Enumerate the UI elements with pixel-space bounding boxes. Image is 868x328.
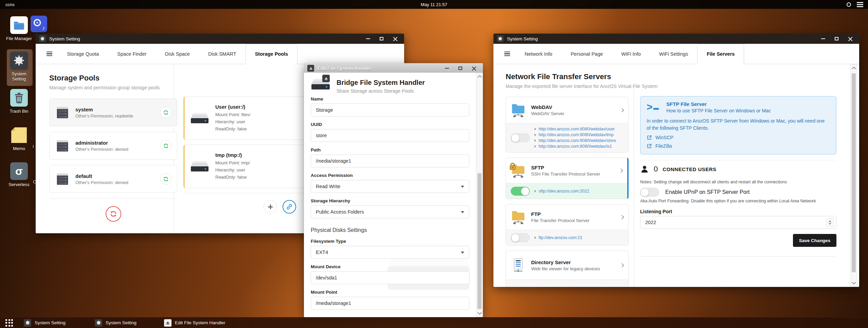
scrollbar[interactable] [476, 73, 483, 317]
ftp-toggle[interactable] [511, 233, 530, 242]
page-title: Network File Transfer Servers [506, 72, 629, 81]
chevron-right-icon[interactable] [620, 108, 624, 112]
scroll-down-icon[interactable] [852, 280, 856, 285]
sftp-url-link[interactable]: sftp://dev.arozos.com:2022 [539, 189, 589, 194]
sync-pool-button[interactable] [160, 140, 171, 151]
info-body: In order to connect to ArozOS SFTP Serve… [647, 117, 828, 132]
title-bar[interactable]: System Setting [36, 34, 404, 44]
mount-card-tmp[interactable]: tmp (tmp:/) Mount Point: tmp/ Hierarchy:… [183, 145, 310, 188]
connection-notes: Notes: Setting change will disconnect al… [640, 180, 787, 184]
chevron-right-icon[interactable] [620, 215, 624, 219]
mount-point-input[interactable] [311, 297, 469, 309]
access-permission-select[interactable]: Read Write [311, 180, 469, 193]
desktop-icon-serverless[interactable]: σ Serverless [6, 162, 32, 187]
sync-pool-button[interactable] [160, 107, 171, 118]
maximize-button[interactable] [380, 37, 383, 40]
tab-file-servers[interactable]: File Servers [697, 44, 744, 64]
bullet-icon [535, 145, 536, 148]
title-bar[interactable]: System Setting [493, 34, 859, 44]
chevron-right-icon[interactable] [619, 168, 623, 173]
webdav-toggle[interactable] [511, 133, 530, 142]
client-link-winscp[interactable]: WinSCP [647, 135, 830, 140]
minimize-button[interactable] [445, 68, 449, 69]
desktop-icon-memo[interactable]: Memo [6, 126, 32, 151]
tab-menu-icon[interactable] [504, 52, 510, 56]
step-down-icon[interactable] [829, 223, 831, 225]
scroll-up-icon[interactable] [852, 67, 856, 71]
info-title: SFTP File Server [666, 101, 830, 107]
tab-menu-icon[interactable] [47, 52, 52, 56]
tab-space-finder[interactable]: Space Finder [108, 44, 156, 64]
tab-personal-page[interactable]: Personal Page [561, 44, 612, 64]
refresh-pools-button[interactable] [106, 206, 121, 222]
edit-fsh-form: Bridge File System Handler Share Storage… [304, 73, 476, 317]
server-card-directory[interactable]: Directory Server Web file viewer for leg… [506, 251, 629, 287]
server-card-webdav[interactable]: WebDAV WebDAV Server http://dev.arozos.c… [506, 97, 629, 152]
maximize-button[interactable] [835, 37, 838, 40]
storage-hierarchy-select[interactable]: Public Access Folders [311, 205, 469, 218]
minimize-button[interactable] [821, 38, 825, 39]
chevron-right-icon[interactable] [620, 263, 624, 268]
client-link-filezilla[interactable]: FileZilla [647, 143, 830, 149]
name-input[interactable] [311, 104, 469, 116]
app-launcher-icon[interactable] [5, 319, 13, 327]
pool-card-system[interactable]: system Other's Permission: readwrite [49, 98, 177, 126]
power-status-icon[interactable] [847, 2, 851, 7]
taskbar-item-system-setting-2[interactable]: System Setting [95, 317, 137, 328]
taskbar-item-edit-fsh[interactable]: Edit File System Handler [164, 317, 225, 328]
desktop-icon-trash-bin[interactable]: Trash Bin [6, 89, 32, 114]
upnp-toggle[interactable] [640, 188, 659, 197]
sftp-toggle[interactable] [511, 187, 530, 196]
step-up-icon[interactable] [829, 220, 831, 222]
tab-disk-space[interactable]: Disk Space [156, 44, 199, 64]
tab-wifi-settings[interactable]: WiFi Settings [650, 44, 697, 64]
desktop-icon-music[interactable]: ♪ [27, 16, 51, 32]
pool-card-default[interactable]: default Other's Permission: denied [49, 165, 177, 193]
minimize-button[interactable] [366, 38, 370, 39]
partial-icon-label: I [33, 144, 34, 149]
tab-disk-smart[interactable]: Disk SMART [199, 44, 246, 64]
webdav-url-link[interactable]: http://dev.arozos.com:8080/webdav/user [539, 127, 615, 131]
external-link-icon [647, 143, 652, 149]
save-changes-button[interactable]: Save Changes [793, 234, 836, 247]
number-stepper[interactable] [826, 218, 834, 227]
gear-icon [96, 320, 101, 325]
uuid-input[interactable] [311, 129, 469, 142]
webdav-url-link[interactable]: http://dev.arozos.com:8080/webdav/tmp [539, 132, 614, 137]
webdav-url-link[interactable]: http://dev.arozos.com:8080/webdav/store [539, 138, 616, 143]
divider [640, 160, 836, 160]
close-button[interactable] [848, 37, 852, 41]
listening-port-input[interactable] [640, 216, 836, 229]
scrollbar-thumb[interactable] [852, 73, 856, 272]
tab-network-info[interactable]: Network Info [516, 44, 561, 64]
server-card-ftp[interactable]: FTP File Transfer Protocol Server ftp://… [506, 204, 629, 245]
maximize-button[interactable] [458, 67, 462, 70]
close-button[interactable] [393, 37, 397, 41]
scrollbar-thumb[interactable] [477, 173, 482, 309]
pool-card-administrator[interactable]: administrator Other's Permission: denied [49, 132, 177, 160]
mount-card-user[interactable]: User (user:/) Mount Point: files/ Hierar… [183, 96, 310, 140]
tab-wifi-info[interactable]: WiFi Info [612, 44, 650, 64]
tab-storage-pools[interactable]: Storage Pools [246, 44, 298, 64]
filesystem-type-select[interactable]: EXT4 [311, 246, 469, 259]
scrollbar[interactable] [850, 64, 857, 287]
webdav-url-link[interactable]: http://dev.arozos.com:8080/webdav/is1 [539, 144, 612, 149]
server-rack-icon [55, 139, 70, 152]
server-card-sftp[interactable]: SFTP SSH File Transfer Protocol Server s… [506, 158, 629, 199]
desktop-icon-system-setting[interactable]: System Setting [6, 52, 32, 81]
sync-pool-button[interactable] [160, 173, 171, 185]
title-bar[interactable]: Edit File System Handler [304, 63, 483, 73]
ftp-url-link[interactable]: ftp://dev.arozos.com:21 [539, 235, 582, 240]
top-menu-icon[interactable] [857, 2, 863, 7]
mount-device-input[interactable] [311, 272, 469, 284]
dropdown-caret-icon [461, 252, 464, 254]
taskbar: System Setting System Setting Edit File … [0, 317, 868, 328]
add-fsh-button[interactable] [264, 200, 277, 214]
bridge-fsh-button[interactable] [283, 200, 296, 214]
close-button[interactable] [472, 66, 476, 71]
taskbar-item-system-setting-1[interactable]: System Setting [24, 317, 66, 328]
scroll-down-icon[interactable] [477, 310, 482, 315]
scroll-up-icon[interactable] [477, 75, 482, 79]
tab-storage-quota[interactable]: Storage Quota [58, 44, 108, 64]
path-input[interactable] [311, 155, 469, 167]
